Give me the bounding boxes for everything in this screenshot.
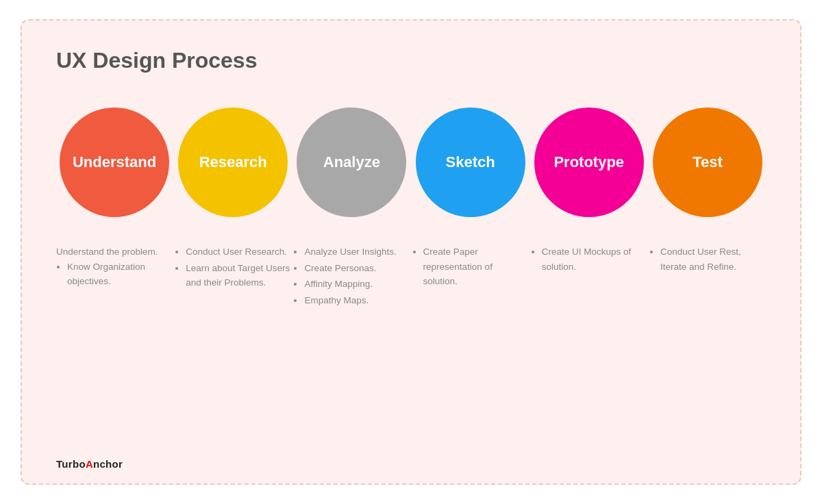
bullets-analyze: Analyze User Insights. Create Personas. … (293, 244, 410, 309)
prototype-line-1: Create UI Mockups of solution. (542, 244, 647, 274)
circle-understand: Understand (60, 108, 169, 217)
circle-item-prototype: Prototype (531, 108, 647, 217)
circles-row: Understand Research Analyze Sketch Proto… (56, 108, 766, 217)
circle-item-sketch: Sketch (412, 108, 529, 217)
circle-label-sketch: Sketch (445, 153, 495, 171)
understand-line-2: Know Organization objectives. (67, 260, 173, 289)
research-line-2: Learn about Target Users and their Probl… (186, 261, 291, 290)
sketch-line-1: Create Paper representation of solution. (423, 244, 529, 289)
circle-item-understand: Understand (56, 108, 173, 217)
footer-logo-highlight: A (86, 458, 93, 470)
page-title: UX Design Process (56, 48, 766, 73)
circle-sketch: Sketch (416, 108, 525, 217)
circle-prototype: Prototype (534, 108, 644, 217)
circle-label-test: Test (693, 153, 723, 171)
circle-label-understand: Understand (73, 153, 156, 171)
main-card: UX Design Process Understand Research An… (21, 19, 801, 485)
footer: TurboAnchor (56, 458, 123, 470)
footer-logo: TurboAnchor (56, 458, 123, 470)
bullets-prototype: Create UI Mockups of solution. (531, 244, 647, 275)
circle-item-test: Test (649, 108, 766, 217)
circle-analyze: Analyze (297, 108, 406, 217)
bullets-understand: Understand the problem. Know Organizatio… (56, 244, 173, 290)
analyze-line-1: Analyze User Insights. (304, 244, 410, 260)
circle-item-research: Research (175, 108, 291, 217)
bullets-row: Understand the problem. Know Organizatio… (56, 244, 766, 309)
circle-test: Test (653, 108, 762, 217)
circle-label-research: Research (199, 153, 267, 171)
bullets-test: Conduct User Rest, Iterate and Refine. (649, 244, 766, 275)
circle-label-analyze: Analyze (323, 153, 380, 171)
circle-research: Research (178, 108, 288, 217)
analyze-line-4: Empathy Maps. (304, 293, 410, 308)
research-line-1: Conduct User Research. (186, 244, 291, 260)
circle-item-analyze: Analyze (293, 108, 410, 217)
analyze-line-2: Create Personas. (304, 261, 410, 276)
bullets-sketch: Create Paper representation of solution. (412, 244, 529, 290)
understand-line-1: Understand the problem. (56, 244, 173, 260)
bullets-research: Conduct User Research. Learn about Targe… (175, 244, 291, 292)
test-line-1: Conduct User Rest, Iterate and Refine. (660, 244, 766, 274)
analyze-line-3: Affinity Mapping. (304, 277, 410, 292)
circle-label-prototype: Prototype (553, 153, 624, 171)
